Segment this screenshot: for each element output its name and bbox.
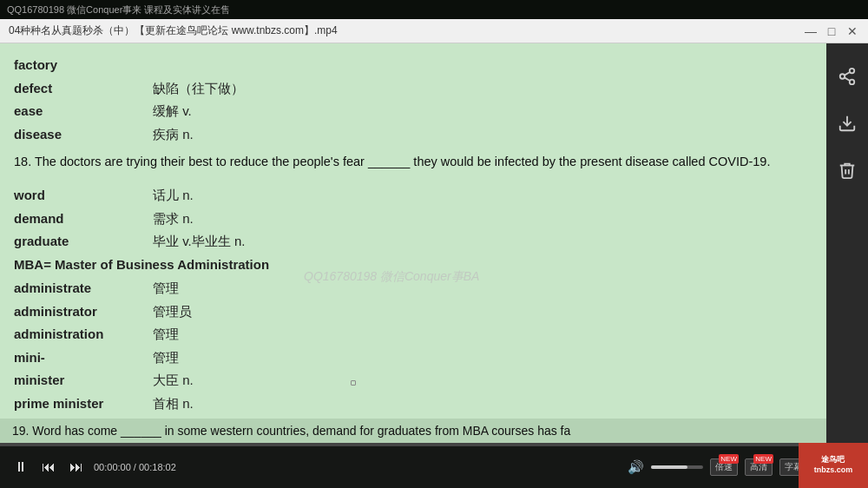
vocab-row-defect: defect 缺陷（往下做）: [14, 77, 812, 100]
vocab-zh-prime-minister: 首相 n.: [153, 392, 194, 415]
volume-slider[interactable]: [651, 465, 703, 469]
minimize-button[interactable]: —: [804, 24, 818, 38]
window-controls: — □ ✕: [804, 24, 859, 38]
vocab-row-ease: ease 缓解 v.: [14, 100, 812, 122]
window-title: 04种种名从真题秒杀（中）【更新在途鸟吧论坛 www.tnbzs.com】.mp…: [9, 23, 804, 38]
vocab-row-administrator: administrator 管理员: [14, 300, 812, 323]
vocab-row-administrate: administrate 管理: [14, 277, 812, 300]
controls-row: ⏸ ⏮ ⏭ 00:00:00 / 00:18:02 🔊 NEW 倍速 NEW 高…: [0, 446, 868, 488]
logo: 途鸟吧 tnbzs.com: [799, 443, 868, 488]
vocab-table-1: factory defect 缺陷（往下做） ease 缓解 v. diseas…: [14, 54, 812, 145]
vocab-zh-defect: 缺陷（往下做）: [153, 77, 244, 100]
quality-button[interactable]: NEW 高清: [745, 458, 773, 476]
vocab-zh-disease: 疾病 n.: [153, 123, 194, 146]
video-container: QQ16780198 微信Conquer事来 课程及实体讲义在售 04种种名从真…: [0, 0, 868, 488]
vocab-en-defect: defect: [14, 77, 153, 100]
speed-button[interactable]: NEW 倍速: [710, 458, 738, 476]
vocab-en-administrator: administrator: [14, 300, 153, 323]
vocab-en-demand: demand: [14, 208, 153, 230]
vocab-row-word: word 话儿 n.: [14, 184, 812, 207]
svg-point-0: [850, 69, 855, 74]
logo-line1: 途鸟吧: [821, 455, 845, 464]
right-sidebar: [826, 43, 868, 443]
vocab-en-administration: administration: [14, 323, 153, 346]
vocab-row-factory: factory: [14, 54, 812, 76]
vocab-en-word: word: [14, 184, 153, 207]
logo-text: 途鸟吧 tnbzs.com: [814, 455, 853, 475]
vocab-zh-administrator: 管理员: [153, 300, 192, 323]
vocab-en-administrate: administrate: [14, 277, 153, 300]
vocab-zh-graduate: 毕业 v.毕业生 n.: [153, 230, 245, 253]
vocab-zh-minister: 大臣 n.: [153, 369, 194, 392]
vocab-row-prime-minister: prime minister 首相 n.: [14, 392, 812, 415]
controls-bar: ⏸ ⏮ ⏭ 00:00:00 / 00:18:02 🔊 NEW 倍速 NEW 高…: [0, 443, 868, 488]
vocab-en-minister: minister: [14, 369, 153, 392]
vocab-en-mini: mini-: [14, 346, 153, 369]
delete-button[interactable]: [832, 155, 863, 186]
prev-button[interactable]: ⏮: [38, 458, 59, 477]
vocab-table-2: word 话儿 n. demand 需求 n. graduate 毕业 v.毕业…: [14, 184, 812, 414]
vocab-zh-administration: 管理: [153, 323, 179, 346]
vocab-row-disease: disease 疾病 n.: [14, 123, 812, 146]
vocab-row-mini: mini- 管理: [14, 346, 812, 369]
top-banner: QQ16780198 微信Conquer事来 课程及实体讲义在售: [0, 0, 868, 19]
vocab-zh-mini: 管理: [153, 346, 179, 369]
progress-bar[interactable]: [0, 443, 868, 446]
quality-new-badge: NEW: [753, 454, 773, 464]
vocab-zh-demand: 需求 n.: [153, 208, 194, 230]
svg-point-1: [840, 74, 845, 79]
share-button[interactable]: [832, 61, 863, 92]
svg-line-3: [845, 77, 850, 81]
vocab-en-disease: disease: [14, 123, 153, 146]
vocab-row-demand: demand 需求 n.: [14, 208, 812, 230]
banner-text: QQ16780198 微信Conquer事来 课程及实体讲义在售: [7, 3, 230, 16]
vocab-zh-ease: 缓解 v.: [153, 100, 192, 122]
content-area: factory defect 缺陷（往下做） ease 缓解 v. diseas…: [0, 43, 826, 443]
vocab-en-graduate: graduate: [14, 230, 153, 253]
vocab-row-minister: minister 大臣 n.: [14, 369, 812, 392]
mba-line: MBA= Master of Business Administration: [14, 254, 812, 276]
volume-button[interactable]: 🔊: [628, 459, 644, 475]
svg-point-2: [850, 80, 855, 85]
close-button[interactable]: ✕: [845, 24, 859, 38]
download-button[interactable]: [832, 108, 863, 139]
logo-line2: tnbzs.com: [814, 465, 853, 474]
bottom-sentence: 19. Word has come ______ in some western…: [0, 419, 826, 443]
vocab-zh-word: 话儿 n.: [153, 184, 194, 207]
time-display: 00:00:00 / 00:18:02: [94, 462, 176, 472]
next-button[interactable]: ⏭: [66, 458, 87, 477]
sentence-1: 18. The doctors are trying their best to…: [14, 152, 812, 172]
title-bar: 04种种名从真题秒杀（中）【更新在途鸟吧论坛 www.tnbzs.com】.mp…: [0, 19, 868, 43]
vocab-row-administration: administration 管理: [14, 323, 812, 346]
speed-new-badge: NEW: [719, 454, 739, 464]
vocab-en-ease: ease: [14, 100, 153, 122]
vocab-row-graduate: graduate 毕业 v.毕业生 n.: [14, 230, 812, 253]
play-pause-button[interactable]: ⏸: [10, 458, 31, 477]
cursor: [351, 380, 356, 386]
maximize-button[interactable]: □: [825, 24, 838, 38]
vocab-en-prime-minister: prime minister: [14, 392, 153, 415]
svg-line-4: [845, 72, 850, 76]
vocab-en-factory: factory: [14, 54, 153, 76]
volume-fill: [651, 465, 687, 469]
vocab-zh-administrate: 管理: [153, 277, 179, 300]
